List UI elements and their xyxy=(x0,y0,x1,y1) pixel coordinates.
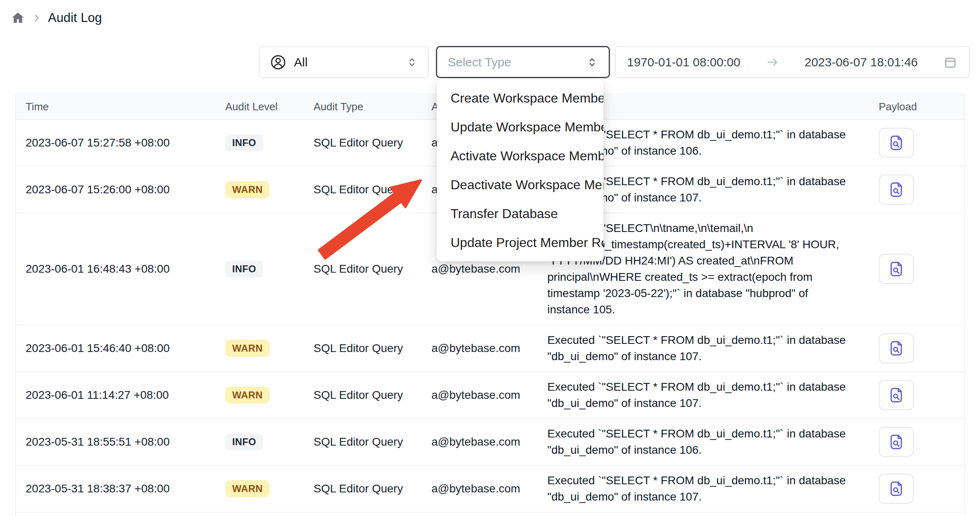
actor-filter-value: All xyxy=(294,55,307,69)
cell-actor: a@bytebase.com xyxy=(431,482,547,495)
type-option[interactable]: Activate Workspace Member xyxy=(437,142,603,171)
cell-actor: a@bytebase.com xyxy=(431,262,547,275)
audit-level-badge: WARN xyxy=(225,387,270,404)
cell-time: 2023-06-01 11:14:27 +08:00 xyxy=(16,389,225,402)
type-filter-select[interactable]: Select Type xyxy=(436,46,610,78)
type-option[interactable]: Create Workspace Member xyxy=(437,84,603,113)
cell-audit-type: SQL Editor Query xyxy=(314,183,431,196)
cell-comment: Executed `"SELECT * FROM db_ui_demo.t1;"… xyxy=(547,325,879,372)
cell-time: 2023-06-07 15:26:00 +08:00 xyxy=(16,183,225,196)
cell-actor: a@bytebase.com xyxy=(431,389,547,402)
audit-level-badge: INFO xyxy=(225,433,263,450)
table-row: 2023-05-31 18:55:51 +08:00 INFO SQL Edit… xyxy=(16,419,964,466)
column-header-time: Time xyxy=(16,101,225,113)
view-payload-button[interactable] xyxy=(879,474,914,504)
chevron-updown-icon xyxy=(586,55,598,69)
view-payload-button[interactable] xyxy=(879,380,914,410)
chevron-right-icon xyxy=(32,13,41,23)
view-payload-button[interactable] xyxy=(879,427,914,457)
view-payload-button[interactable] xyxy=(879,333,914,363)
type-option[interactable]: Update Project Member Role xyxy=(437,228,603,257)
type-option[interactable]: Deactivate Workspace Member xyxy=(437,171,603,199)
page-title: Audit Log xyxy=(48,11,102,25)
cell-actor: a@bytebase.com xyxy=(431,342,547,355)
home-icon[interactable] xyxy=(11,11,25,25)
document-search-icon xyxy=(887,479,906,498)
arrow-right-icon xyxy=(766,55,780,69)
cell-comment: Executed `"SELECT * FROM db_ui_demo.t1;"… xyxy=(547,372,879,418)
document-search-icon xyxy=(887,180,906,199)
column-header-audit-type: Audit Type xyxy=(314,101,431,113)
date-range-end[interactable]: 2023-06-07 18:01:46 xyxy=(804,55,918,69)
audit-level-badge: INFO xyxy=(225,260,263,278)
calendar-icon xyxy=(943,55,958,70)
view-payload-button[interactable] xyxy=(879,254,914,284)
user-icon xyxy=(270,54,287,71)
audit-level-badge: WARN xyxy=(225,181,270,198)
column-header-audit-level: Audit Level xyxy=(225,101,314,113)
cell-time: 2023-05-31 18:55:51 +08:00 xyxy=(16,435,225,448)
type-filter-placeholder: Select Type xyxy=(448,55,511,69)
cell-audit-level: WARN xyxy=(225,480,314,497)
column-header-payload: Payload xyxy=(879,101,965,113)
cell-time: 2023-06-01 16:48:43 +08:00 xyxy=(16,262,225,275)
document-search-icon xyxy=(887,433,906,451)
type-select-dropdown-menu: Create Workspace Member Update Workspace… xyxy=(437,80,603,261)
cell-audit-level: WARN xyxy=(225,181,314,198)
type-option[interactable]: Update Workspace Member xyxy=(437,113,603,142)
cell-comment: Executed `"SELECT * FROM db_ui_demo.t1;"… xyxy=(547,419,879,465)
cell-comment: Executed `"SELECT * FROM db_ui_demo.t1;"… xyxy=(547,466,879,512)
cell-audit-type: SQL Editor Query xyxy=(314,136,431,149)
cell-audit-level: WARN xyxy=(225,387,314,404)
cell-audit-type: SQL Editor Query xyxy=(314,389,431,402)
type-option[interactable]: Transfer Database xyxy=(437,199,603,228)
table-row: 2023-06-01 11:14:27 +08:00 WARN SQL Edit… xyxy=(16,372,964,419)
audit-level-badge: INFO xyxy=(225,134,263,151)
table-row-partial xyxy=(16,512,964,516)
cell-time: 2023-06-01 15:46:40 +08:00 xyxy=(16,342,225,355)
cell-audit-level: INFO xyxy=(225,260,314,278)
cell-audit-level: INFO xyxy=(225,134,314,151)
document-search-icon xyxy=(887,260,906,278)
table-row: 2023-06-01 15:46:40 +08:00 WARN SQL Edit… xyxy=(16,325,964,372)
cell-audit-type: SQL Editor Query xyxy=(314,262,431,275)
view-payload-button[interactable] xyxy=(879,128,914,158)
audit-level-badge: WARN xyxy=(225,340,270,357)
document-search-icon xyxy=(887,386,906,404)
cell-audit-type: SQL Editor Query xyxy=(314,342,431,355)
audit-level-badge: WARN xyxy=(225,480,270,497)
view-payload-button[interactable] xyxy=(879,175,914,205)
cell-time: 2023-06-07 15:27:58 +08:00 xyxy=(16,136,225,149)
cell-actor: a@bytebase.com xyxy=(431,435,547,448)
breadcrumb: Audit Log xyxy=(11,11,102,25)
actor-filter-select[interactable]: All xyxy=(259,46,429,78)
cell-time: 2023-05-31 18:38:37 +08:00 xyxy=(16,482,225,495)
table-row: 2023-05-31 18:38:37 +08:00 WARN SQL Edit… xyxy=(16,466,964,512)
date-range-start[interactable]: 1970-01-01 08:00:00 xyxy=(627,55,740,69)
cell-audit-type: SQL Editor Query xyxy=(314,435,431,448)
cell-audit-level: WARN xyxy=(225,340,314,357)
cell-audit-type: SQL Editor Query xyxy=(314,482,431,495)
chevron-updown-icon xyxy=(406,55,418,69)
cell-audit-level: INFO xyxy=(225,433,314,450)
date-range-picker[interactable]: 1970-01-01 08:00:00 2023-06-07 18:01:46 xyxy=(615,46,970,78)
document-search-icon xyxy=(887,339,906,358)
document-search-icon xyxy=(887,133,906,152)
